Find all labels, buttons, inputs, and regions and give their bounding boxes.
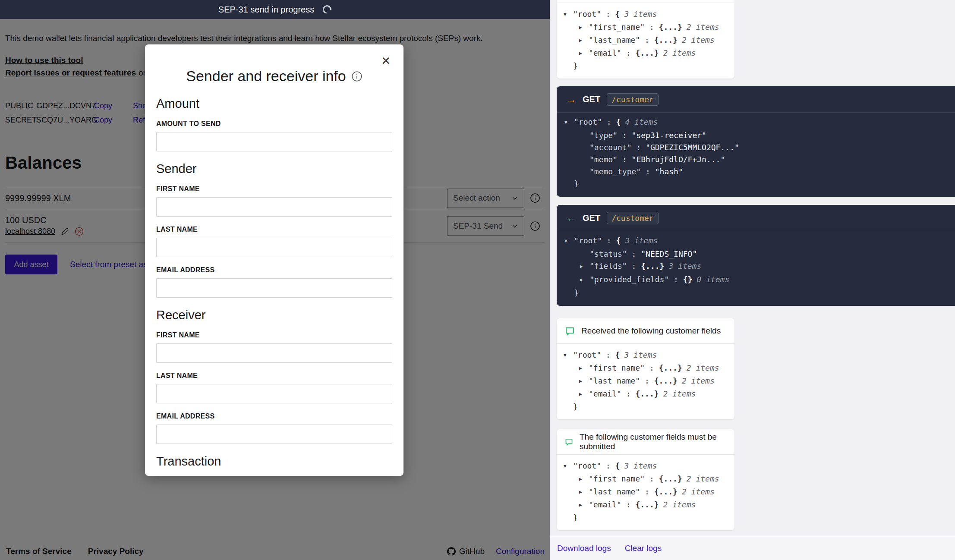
sender-first-name-input[interactable] (156, 197, 392, 217)
modal-title: Sender and receiver info (156, 68, 392, 85)
clear-logs-button[interactable]: Clear logs (625, 544, 662, 553)
progress-banner-text: SEP-31 send in progress (218, 5, 314, 15)
section-sender: Sender (156, 162, 392, 176)
sender-email-label: EMAIL ADDRESS (156, 266, 392, 274)
response-path-badge: /customer (607, 212, 659, 224)
section-receiver: Receiver (156, 308, 392, 322)
json-tree: "root"{3 items "first_name"{...}2 items … (557, 3, 734, 79)
logs-footer: Download logs Clear logs (550, 536, 955, 560)
progress-banner: SEP-31 send in progress (0, 0, 550, 19)
receiver-first-name-label: FIRST NAME (156, 331, 392, 339)
log-message-text: The following customer fields must be su… (580, 432, 727, 451)
collapse-icon[interactable] (564, 8, 573, 21)
collapse-icon[interactable] (564, 349, 573, 362)
expand-icon[interactable] (579, 499, 589, 512)
log-card-received-fields: Received the following customer fields "… (557, 318, 734, 419)
sender-last-name-label: LAST NAME (156, 226, 392, 233)
json-tree: "root"{3 items "first_name"{...}2 items … (557, 344, 734, 419)
log-card-response-get-customer: ← GET /customer "root"{3 items "status""… (557, 205, 955, 306)
request-arrow-icon: → (566, 94, 576, 105)
expand-icon[interactable] (579, 47, 589, 60)
response-arrow-icon: ← (566, 212, 576, 224)
sender-receiver-modal: ✕ Sender and receiver info Amount AMOUNT… (145, 44, 403, 476)
sender-email-input[interactable] (156, 278, 392, 298)
loading-spinner-icon (321, 3, 333, 16)
json-tree: "root"{3 items "status""NEEDS_INFO" "fie… (557, 231, 955, 306)
wallet-main-region: SEP-31 send in progress This demo wallet… (0, 0, 550, 560)
expand-icon[interactable] (579, 388, 589, 401)
receiver-email-label: EMAIL ADDRESS (156, 412, 392, 420)
log-card-customer-fields-partial: "root"{3 items "first_name"{...}2 items … (557, 0, 734, 79)
log-card-request-get-customer: → GET /customer "root"{4 items "type""se… (557, 86, 955, 197)
collapse-icon[interactable] (564, 460, 573, 473)
section-transaction: Transaction (156, 454, 392, 469)
receiver-last-name-label: LAST NAME (156, 372, 392, 380)
logs-scroll-area[interactable]: "root"{3 items "first_name"{...}2 items … (550, 0, 955, 536)
message-bubble-icon (564, 326, 575, 337)
download-logs-button[interactable]: Download logs (557, 544, 611, 553)
request-method: GET (583, 94, 600, 104)
amount-to-send-label: AMOUNT TO SEND (156, 120, 392, 128)
request-path-badge: /customer (607, 93, 659, 106)
log-card-fields-must-be-submitted: The following customer fields must be su… (557, 429, 734, 530)
sender-first-name-label: FIRST NAME (156, 185, 392, 193)
sender-last-name-input[interactable] (156, 238, 392, 257)
json-tree: "root"{3 items "first_name"{...}2 items … (557, 455, 734, 530)
expand-icon[interactable] (579, 34, 589, 47)
section-amount: Amount (156, 97, 392, 111)
expand-icon[interactable] (579, 375, 589, 388)
info-icon[interactable] (351, 71, 362, 82)
receiver-last-name-input[interactable] (156, 384, 392, 403)
receiver-email-input[interactable] (156, 425, 392, 444)
response-method: GET (583, 213, 600, 223)
expand-icon[interactable] (579, 486, 589, 499)
receiver-first-name-input[interactable] (156, 343, 392, 363)
logs-panel: "root"{3 items "first_name"{...}2 items … (550, 0, 955, 560)
log-message-text: Received the following customer fields (581, 326, 721, 336)
message-bubble-icon (564, 437, 574, 447)
expand-icon[interactable] (580, 260, 589, 274)
json-tree: "root"{4 items "type""sep31-receiver" "a… (557, 113, 955, 197)
expand-icon[interactable] (579, 21, 589, 34)
expand-icon[interactable] (580, 274, 589, 287)
expand-icon[interactable] (579, 362, 589, 375)
amount-to-send-input[interactable] (156, 132, 392, 151)
close-icon[interactable]: ✕ (378, 55, 393, 67)
collapse-icon[interactable] (564, 116, 574, 129)
collapse-icon[interactable] (564, 235, 574, 248)
expand-icon[interactable] (579, 473, 589, 486)
